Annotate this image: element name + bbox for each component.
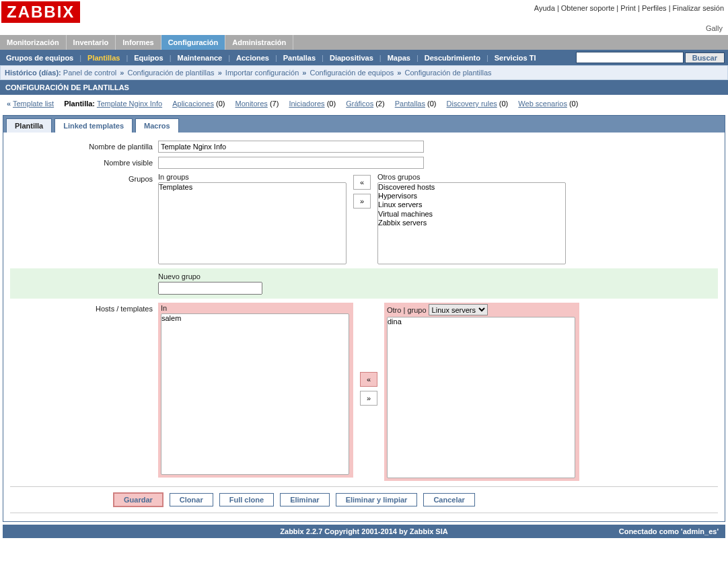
- support-link[interactable]: Obtener soporte: [561, 4, 615, 12]
- subnav-itservices[interactable]: Servicios TI: [492, 54, 539, 62]
- host-group-filter[interactable]: Linux servers: [429, 304, 488, 315]
- triggers-count: (0): [327, 100, 336, 108]
- groups-label: Grupos: [10, 173, 158, 183]
- history-item[interactable]: Importar configuración: [225, 69, 299, 77]
- template-link-bar: « Template list Plantilla: Template Ngin…: [0, 95, 728, 112]
- subnav-hostgroups[interactable]: Grupos de equipos: [3, 54, 76, 62]
- footer-copyright: Zabbix 2.2.7 Copyright 2001-2014 by Zabb…: [280, 527, 447, 535]
- footer: Zabbix 2.2.7 Copyright 2001-2014 by Zabb…: [3, 525, 725, 538]
- in-groups-label: In groups: [158, 173, 347, 182]
- form-tabs: Plantilla Linked templates Macros: [3, 116, 725, 133]
- main-nav: Monitorización Inventario Informes Confi…: [0, 35, 728, 50]
- other-hosts-select[interactable]: dina: [387, 317, 575, 478]
- top-links: Ayuda | Obtener soporte | Print | Perfil…: [534, 1, 724, 12]
- history-label: Histórico (días):: [5, 69, 61, 77]
- new-group-label: Nuevo grupo: [158, 272, 262, 282]
- fullclone-button[interactable]: Full clone: [219, 493, 274, 506]
- history-item[interactable]: Configuración de plantillas: [405, 69, 492, 77]
- history-item[interactable]: Configuración de plantillas: [128, 69, 215, 77]
- visible-name-label: Nombre visible: [10, 157, 158, 167]
- template-label: Plantilla:: [64, 100, 95, 108]
- history-bar: Histórico (días): Panel de control » Con…: [0, 65, 728, 80]
- in-groups-select[interactable]: Templates: [158, 182, 347, 264]
- items-link[interactable]: Monitores: [235, 100, 268, 108]
- tab-reports[interactable]: Informes: [116, 35, 161, 50]
- web-count: (0): [569, 100, 578, 108]
- history-item[interactable]: Configuración de equipos: [310, 69, 394, 77]
- form-tab-linked[interactable]: Linked templates: [54, 118, 133, 133]
- clone-button[interactable]: Clonar: [170, 493, 213, 506]
- triggers-link[interactable]: Iniciadores: [289, 100, 324, 108]
- profile-link[interactable]: Perfiles: [642, 4, 667, 12]
- discovery-link[interactable]: Discovery rules: [447, 100, 497, 108]
- other-groups-select[interactable]: Discovered hostsHypervisorsLinux servers…: [377, 182, 566, 264]
- hosts-templates-label: Hosts / templates: [10, 303, 158, 313]
- graphs-link[interactable]: Gráficos: [346, 100, 373, 108]
- discovery-count: (0): [499, 100, 508, 108]
- visible-name-input[interactable]: [158, 157, 424, 169]
- screens-count: (0): [427, 100, 436, 108]
- new-group-input[interactable]: [158, 282, 262, 295]
- hosts-remove-button[interactable]: »: [360, 391, 377, 406]
- name-label: Nombre de plantilla: [10, 141, 158, 151]
- template-list-link[interactable]: Template list: [13, 100, 54, 108]
- in-hosts-label: In: [161, 304, 351, 313]
- items-count: (7): [270, 100, 279, 108]
- current-user: Gally: [0, 23, 728, 35]
- subnav-maintenance[interactable]: Maintenance: [175, 54, 225, 62]
- other-hosts-label: Otro | grupo Linux servers: [387, 304, 577, 317]
- cancel-button[interactable]: Cancelar: [423, 493, 474, 506]
- save-button[interactable]: Guardar: [113, 492, 163, 507]
- subnav-hosts[interactable]: Equipos: [131, 54, 166, 62]
- subnav-maps[interactable]: Mapas: [385, 54, 413, 62]
- other-groups-label: Otros grupos: [377, 173, 566, 182]
- web-link[interactable]: Web scenarios: [518, 100, 567, 108]
- groups-remove-button[interactable]: »: [353, 194, 371, 209]
- history-item[interactable]: Panel de control: [63, 69, 117, 77]
- zabbix-logo: ZABBIX: [1, 1, 80, 23]
- print-link[interactable]: Print: [620, 4, 636, 12]
- in-hosts-select[interactable]: salem: [161, 313, 349, 475]
- template-name-link[interactable]: Template Nginx Info: [97, 100, 162, 108]
- subnav-screens[interactable]: Pantallas: [281, 54, 318, 62]
- delete-clear-button[interactable]: Eliminar y limpiar: [336, 493, 418, 506]
- help-link[interactable]: Ayuda: [534, 4, 555, 12]
- graphs-count: (2): [375, 100, 384, 108]
- groups-add-button[interactable]: «: [353, 175, 371, 190]
- subnav-slides[interactable]: Diapositivas: [327, 54, 376, 62]
- hosts-add-button[interactable]: «: [360, 372, 377, 387]
- subnav-actions[interactable]: Acciones: [233, 54, 272, 62]
- subnav-templates[interactable]: Plantillas: [85, 54, 122, 62]
- footer-connected: Conectado como 'admin_es': [619, 527, 719, 535]
- tab-administration[interactable]: Administración: [225, 35, 293, 50]
- form-tab-template[interactable]: Plantilla: [6, 118, 52, 133]
- tab-configuration[interactable]: Configuración: [161, 35, 226, 50]
- page-title: CONFIGURACIÓN DE PLANTILLAS: [0, 80, 728, 95]
- screens-link[interactable]: Pantallas: [395, 100, 425, 108]
- template-name-input[interactable]: [158, 141, 424, 153]
- form-tab-macros[interactable]: Macros: [135, 118, 179, 133]
- apps-count: (0): [216, 100, 225, 108]
- tab-monitoring[interactable]: Monitorización: [0, 35, 67, 50]
- sub-nav: Grupos de equipos| Plantillas| Equipos| …: [0, 50, 728, 65]
- search-button[interactable]: Buscar: [685, 52, 725, 63]
- tab-inventory[interactable]: Inventario: [67, 35, 116, 50]
- delete-button[interactable]: Eliminar: [280, 493, 329, 506]
- search-input[interactable]: [576, 52, 684, 63]
- logout-link[interactable]: Finalizar sesión: [673, 4, 724, 12]
- apps-link[interactable]: Aplicaciones: [172, 100, 214, 108]
- subnav-discovery[interactable]: Descubrimiento: [422, 54, 483, 62]
